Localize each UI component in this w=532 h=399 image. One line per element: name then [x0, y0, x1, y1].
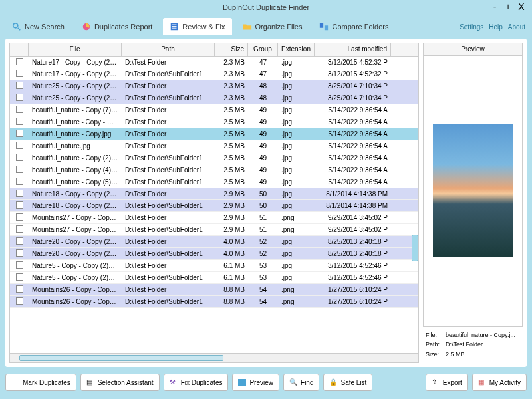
find-button[interactable]: 🔍Find — [283, 374, 319, 391]
checkbox[interactable] — [16, 94, 23, 101]
cell-path: D:\Test Folder\SubFolder1 — [122, 154, 215, 162]
checkbox[interactable] — [16, 106, 23, 113]
cell-ext: .jpg — [278, 178, 315, 186]
cell-path: D:\Test Folder — [122, 261, 215, 270]
cell-file: beautiful_nature - Copy (2).jpg — [29, 154, 122, 162]
cell-ext: .jpg — [278, 130, 315, 138]
selection-assistant-button[interactable]: ▤Selection Assistant — [80, 374, 160, 391]
app-title: DupInOut Duplicate Finder — [223, 3, 309, 11]
cell-modified: 8/1/2014 4:14:38 PM — [315, 190, 391, 198]
preview-path-label: Path: — [426, 340, 446, 349]
tab-duplicates-report[interactable]: Duplicates Report — [75, 18, 159, 35]
table-row[interactable]: beautiful_nature.jpgD:\Test Folder2.5 MB… — [10, 140, 418, 152]
fix-duplicates-button[interactable]: ⚒Fix Duplicates — [164, 374, 229, 391]
preview-size-value: 2.5 MB — [446, 350, 465, 359]
cell-ext: .jpg — [278, 118, 315, 126]
preview-button[interactable]: Preview — [232, 374, 279, 391]
cell-file: Nature20 - Copy - Copy (2)_du — [29, 237, 122, 246]
checkbox[interactable] — [16, 201, 23, 209]
cell-size: 2.5 MB — [215, 142, 248, 150]
table-row[interactable]: beautiful_nature - Copy (2).jpgD:\Test F… — [10, 152, 418, 164]
checkbox[interactable] — [16, 225, 23, 233]
cell-size: 4.0 MB — [215, 237, 248, 246]
checkbox[interactable] — [16, 166, 23, 173]
checkbox[interactable] — [16, 213, 23, 221]
table-row[interactable]: Nature25 - Copy - Copy (2)_duD:\Test Fol… — [10, 92, 418, 104]
table-row[interactable]: beautiful_nature - Copy (5) - CD:\Test F… — [10, 176, 418, 188]
checkbox[interactable] — [16, 130, 23, 137]
my-activity-button[interactable]: ▦My Activity — [472, 374, 527, 391]
col-group[interactable]: Group — [248, 43, 278, 56]
checkbox[interactable] — [16, 142, 23, 149]
checkbox[interactable] — [16, 154, 23, 161]
col-path[interactable]: Path — [122, 43, 215, 56]
cell-ext: .jpg — [278, 166, 315, 174]
cell-modified: 5/14/2022 9:36:54 A — [315, 106, 391, 114]
cell-path: D:\Test Folder — [122, 106, 215, 114]
maximize-button[interactable]: + — [503, 1, 513, 12]
tab-organize-files[interactable]: Organize Files — [236, 18, 309, 35]
cell-path: D:\Test Folder\SubFolder1 — [122, 178, 215, 186]
checkbox[interactable] — [16, 297, 23, 305]
checkbox[interactable] — [16, 237, 23, 245]
cell-size: 2.3 MB — [215, 94, 248, 102]
minimize-button[interactable]: - — [489, 1, 500, 12]
table-row[interactable]: Nature18 - Copy - Copy (2)_duD:\Test Fol… — [10, 188, 418, 200]
scrollbar-thumb[interactable] — [19, 355, 223, 361]
checkbox[interactable] — [16, 58, 23, 65]
tab-compare-folders[interactable]: Compare Folders — [313, 18, 395, 35]
tab-review-fix[interactable]: Review & Fix — [163, 18, 231, 35]
checkbox[interactable] — [16, 70, 23, 77]
vertical-scrollbar[interactable] — [412, 235, 418, 261]
calendar-icon: ▦ — [478, 378, 486, 386]
table-row[interactable]: beautiful_nature - Copy (4).jpgD:\Test F… — [10, 164, 418, 176]
table-row[interactable]: beautiful_nature - Copy.jpgD:\Test Folde… — [10, 128, 418, 140]
checkbox[interactable] — [16, 178, 23, 185]
mark-duplicates-button[interactable]: ☰Mark Duplicates — [5, 374, 76, 391]
table-row[interactable]: Nature20 - Copy - Copy (2)_duD:\Test Fol… — [10, 248, 418, 260]
checkbox[interactable] — [16, 285, 23, 293]
checkbox[interactable] — [16, 82, 23, 89]
horizontal-scrollbar[interactable] — [10, 353, 418, 362]
table-row[interactable]: Nature25 - Copy - Copy (2)_duD:\Test Fol… — [10, 80, 418, 92]
cell-path: D:\Test Folder — [122, 130, 215, 138]
cell-path: D:\Test Folder — [122, 142, 215, 150]
checkbox[interactable] — [16, 249, 23, 257]
table-row[interactable]: beautiful_nature - Copy - CopyD:\Test Fo… — [10, 116, 418, 128]
col-modified[interactable]: Last modified — [315, 43, 391, 56]
help-link[interactable]: Help — [489, 23, 503, 31]
table-row[interactable]: Mountains27 - Copy - Copy (2D:\Test Fold… — [10, 224, 418, 236]
cell-size: 2.3 MB — [215, 70, 248, 78]
cell-modified: 1/27/2015 6:10:24 P — [315, 297, 391, 306]
about-link[interactable]: About — [508, 23, 525, 31]
close-button[interactable]: X — [516, 1, 527, 12]
export-button[interactable]: ⇪Export — [426, 374, 468, 391]
table-row[interactable]: Nature17 - Copy - Copy (2)_duD:\Test Fol… — [10, 68, 418, 80]
cell-modified: 5/14/2022 9:36:54 A — [315, 178, 391, 186]
cell-path: D:\Test Folder — [122, 285, 215, 294]
cell-modified: 8/25/2013 2:40:18 P — [315, 237, 391, 246]
cell-group: 49 — [248, 130, 278, 138]
cell-path: D:\Test Folder\SubFolder1 — [122, 297, 215, 306]
table-row[interactable]: Mountains26 - Copy - Copy (2D:\Test Fold… — [10, 296, 418, 308]
settings-link[interactable]: Settings — [460, 23, 483, 31]
checkbox[interactable] — [16, 273, 23, 281]
col-size[interactable]: Size — [215, 43, 248, 56]
checkbox[interactable] — [16, 190, 23, 197]
table-body[interactable]: Nature17 - Copy - Copy (2)_duD:\Test Fol… — [10, 57, 418, 308]
checkbox[interactable] — [16, 118, 23, 125]
table-row[interactable]: Nature20 - Copy - Copy (2)_duD:\Test Fol… — [10, 236, 418, 248]
table-row[interactable]: Nature17 - Copy - Copy (2)_duD:\Test Fol… — [10, 57, 418, 68]
table-row[interactable]: Mountains26 - Copy - Copy (2D:\Test Fold… — [10, 284, 418, 296]
cell-path: D:\Test Folder — [122, 213, 215, 222]
col-extension[interactable]: Extension — [278, 43, 315, 56]
tab-new-search[interactable]: New Search — [5, 18, 71, 35]
table-row[interactable]: Nature5 - Copy - Copy (2)_dupD:\Test Fol… — [10, 260, 418, 272]
col-file[interactable]: File — [29, 43, 122, 56]
safe-list-button[interactable]: 🔒Safe List — [323, 374, 372, 391]
table-row[interactable]: beautiful_nature - Copy (7) - CD:\Test F… — [10, 104, 418, 116]
checkbox[interactable] — [16, 261, 23, 269]
table-row[interactable]: Nature5 - Copy - Copy (2)_dupD:\Test Fol… — [10, 272, 418, 284]
table-row[interactable]: Mountains27 - Copy - Copy (2D:\Test Fold… — [10, 212, 418, 224]
table-row[interactable]: Nature18 - Copy - Copy (2)_duD:\Test Fol… — [10, 200, 418, 212]
